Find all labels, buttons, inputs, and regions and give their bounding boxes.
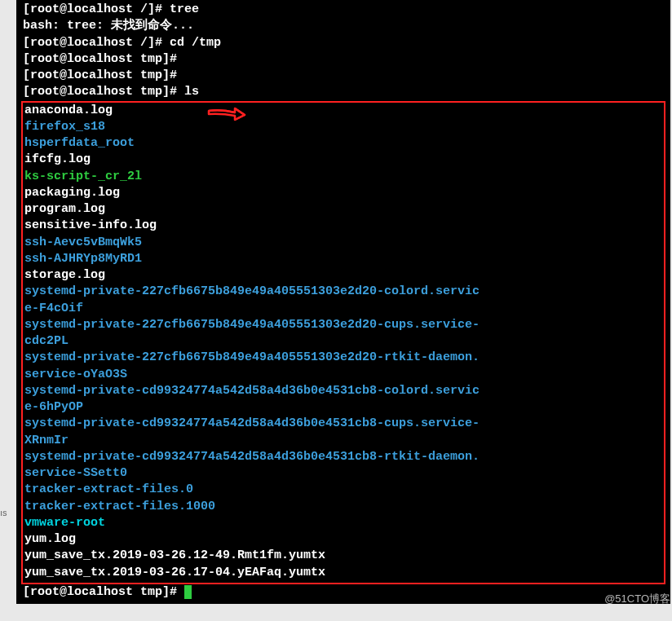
terminal-line: cdc2PL [24, 333, 662, 350]
terminal[interactable]: [root@localhost /]# treebash: tree: 未找到命… [16, 0, 670, 604]
terminal-text: bash: tree: 未找到命令... [23, 19, 194, 33]
terminal-text: [root@localhost tmp]# ls [23, 85, 199, 99]
cursor [184, 585, 192, 599]
terminal-line: tracker-extract-files.1000 [24, 499, 662, 515]
terminal-line: bash: tree: 未找到命令... [23, 18, 664, 34]
terminal-text: e-6hPyOP [24, 400, 83, 414]
terminal-text: XRnmIr [24, 434, 69, 447]
terminal-text: ks-script-_cr_2l [24, 170, 142, 183]
terminal-text: ssh-AJHRYp8MyRD1 [24, 252, 142, 266]
terminal-text: [root@localhost tmp]# [23, 52, 177, 66]
terminal-line: firefox_s18 [24, 119, 662, 135]
terminal-line: hsperfdata_root [24, 135, 662, 152]
truncated-side-label: ıs [0, 507, 15, 519]
terminal-line: sensitive-info.log [24, 218, 662, 234]
terminal-text: ifcfg.log [24, 152, 91, 166]
terminal-line: ks-script-_cr_2l [24, 169, 662, 185]
terminal-text: anaconda.log [24, 104, 113, 117]
terminal-line: e-F4cOif [24, 301, 662, 317]
terminal-text: yum.log [24, 532, 76, 546]
terminal-line: [root@localhost tmp]# [23, 51, 664, 68]
terminal-line: systemd-private-227cfb6675b849e49a405551… [24, 284, 662, 300]
terminal-text: [root@localhost tmp]# [23, 68, 177, 82]
terminal-text: yum_save_tx.2019-03-26.17-04.yEAFaq.yumt… [24, 566, 325, 579]
terminal-line: yum_save_tx.2019-03-26.17-04.yEAFaq.yumt… [24, 565, 662, 581]
terminal-line: XRnmIr [24, 433, 662, 449]
terminal-text: vmware-root [24, 516, 105, 530]
terminal-line: packaging.log [24, 185, 662, 201]
terminal-line: anaconda.log [24, 103, 662, 119]
terminal-line: ssh-Aevc5vBmqWk5 [24, 235, 662, 251]
terminal-line: e-6hPyOP [24, 399, 662, 416]
terminal-text: sensitive-info.log [24, 218, 157, 232]
terminal-text: service-SSett0 [24, 466, 127, 480]
terminal-line: yum.log [24, 531, 662, 548]
terminal-line: vmware-root [24, 515, 662, 531]
terminal-text: program.log [24, 202, 105, 216]
terminal-text: [root@localhost /]# tree [23, 2, 199, 16]
terminal-line: yum_save_tx.2019-03-26.12-49.Rmt1fm.yumt… [24, 548, 662, 564]
terminal-line: systemd-private-cd99324774a542d58a4d36b0… [24, 449, 662, 465]
terminal-line: systemd-private-227cfb6675b849e49a405551… [24, 317, 662, 333]
terminal-text: cdc2PL [24, 334, 69, 348]
terminal-output-pre: [root@localhost /]# treebash: tree: 未找到命… [23, 2, 664, 101]
watermark: @51CTO博客 [604, 592, 670, 604]
terminal-text: packaging.log [24, 186, 120, 200]
terminal-text: service-oYaO3S [24, 368, 127, 381]
current-prompt-line[interactable]: [root@localhost tmp]# [23, 584, 664, 601]
terminal-text: systemd-private-cd99324774a542d58a4d36b0… [24, 450, 480, 464]
terminal-text: e-F4cOif [24, 302, 83, 315]
terminal-text: systemd-private-cd99324774a542d58a4d36b0… [24, 384, 480, 398]
terminal-line: program.log [24, 201, 662, 218]
terminal-line: systemd-private-cd99324774a542d58a4d36b0… [24, 383, 662, 399]
ls-output: anaconda.logfirefox_s18hsperfdata_rootif… [24, 103, 662, 581]
terminal-line: storage.log [24, 267, 662, 284]
terminal-line: [root@localhost /]# tree [23, 2, 664, 18]
terminal-line: systemd-private-227cfb6675b849e49a405551… [24, 350, 662, 366]
terminal-text: firefox_s18 [24, 120, 105, 134]
terminal-text: tracker-extract-files.0 [24, 482, 193, 496]
terminal-line: systemd-private-cd99324774a542d58a4d36b0… [24, 416, 662, 432]
terminal-text: storage.log [24, 268, 105, 282]
terminal-line: ifcfg.log [24, 152, 662, 168]
terminal-text: hsperfdata_root [24, 136, 135, 150]
terminal-text: systemd-private-cd99324774a542d58a4d36b0… [24, 416, 480, 430]
terminal-text: ssh-Aevc5vBmqWk5 [24, 236, 142, 249]
terminal-text: systemd-private-227cfb6675b849e49a405551… [24, 350, 480, 364]
terminal-text: systemd-private-227cfb6675b849e49a405551… [24, 284, 480, 298]
terminal-line: [root@localhost /]# cd /tmp [23, 35, 664, 51]
prompt-text: [root@localhost tmp]# [23, 585, 184, 599]
terminal-line: [root@localhost tmp]# [23, 68, 664, 84]
terminal-text: systemd-private-227cfb6675b849e49a405551… [24, 318, 480, 332]
terminal-text: yum_save_tx.2019-03-26.12-49.Rmt1fm.yumt… [24, 548, 325, 562]
terminal-line: ssh-AJHRYp8MyRD1 [24, 251, 662, 267]
red-highlight-box: anaconda.logfirefox_s18hsperfdata_rootif… [21, 101, 665, 584]
terminal-text: [root@localhost /]# cd /tmp [23, 36, 221, 50]
terminal-line: [root@localhost tmp]# ls [23, 84, 664, 100]
terminal-line: service-oYaO3S [24, 367, 662, 383]
terminal-line: service-SSett0 [24, 465, 662, 482]
terminal-text: tracker-extract-files.1000 [24, 500, 215, 513]
terminal-line: tracker-extract-files.0 [24, 482, 662, 498]
